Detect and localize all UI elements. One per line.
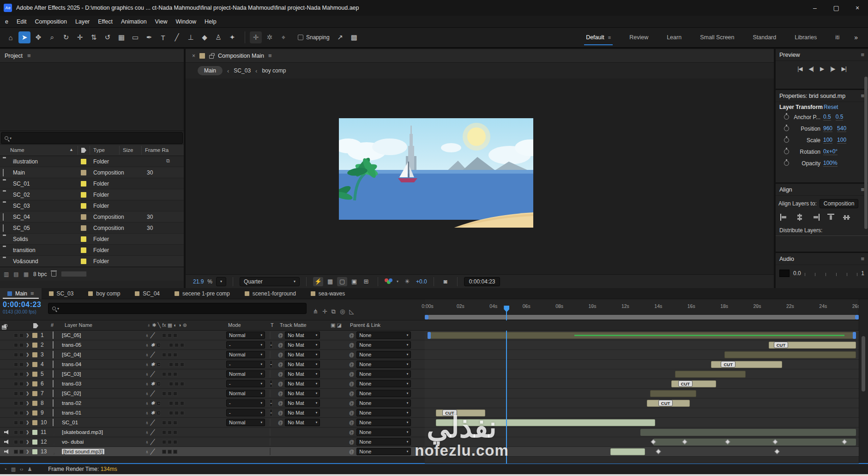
layer-switches[interactable]: ♁╱ xyxy=(145,439,226,445)
switch-box[interactable] xyxy=(162,333,166,337)
switch-box[interactable] xyxy=(162,450,166,454)
pickwhip-icon[interactable]: @ xyxy=(349,439,354,445)
play-button[interactable]: ▶ xyxy=(820,66,824,72)
switch-box[interactable] xyxy=(173,430,177,434)
cut-marker[interactable]: CUT xyxy=(678,380,693,387)
layer-name[interactable]: [skateboard.mp3] xyxy=(62,429,145,435)
layer-duration-bar[interactable] xyxy=(675,371,746,378)
resolution-dropdown[interactable]: Quarter▾ xyxy=(240,277,300,286)
layer-bar-row[interactable] xyxy=(425,428,859,437)
menu-item-animation[interactable]: Animation xyxy=(117,18,151,25)
quality-icon[interactable]: ♁ xyxy=(145,332,149,338)
timeline-tab-scene1-forground[interactable]: scene1-forground xyxy=(237,288,303,299)
stopwatch-icon[interactable] xyxy=(784,138,789,143)
switch-box[interactable] xyxy=(180,343,184,347)
zoom-dropdown[interactable]: ▾ xyxy=(216,277,226,286)
layer-row[interactable]: ❯5[SC_03]♁╱Normal▾@No Mat▾@None▾ xyxy=(0,369,425,379)
channel-rgb-icon[interactable] xyxy=(385,278,393,285)
parent-link-dropdown[interactable]: @None▾ xyxy=(349,438,425,446)
switch-box[interactable] xyxy=(180,401,184,405)
switch-box[interactable] xyxy=(175,343,179,347)
lock-toggle[interactable] xyxy=(19,421,24,425)
blend-mode-dropdown[interactable]: -▾ xyxy=(226,399,270,407)
label-color-chip[interactable] xyxy=(81,159,86,164)
pickwhip-icon[interactable]: @ xyxy=(349,371,354,377)
solo-lock-toggles[interactable] xyxy=(14,430,26,434)
layer-label-chip[interactable] xyxy=(32,391,41,396)
next-frame-button[interactable]: |▶ xyxy=(830,66,835,72)
property-value[interactable]: 100% xyxy=(823,160,838,167)
blend-mode-dropdown[interactable]: -▾ xyxy=(226,380,270,387)
layer-duration-bar[interactable] xyxy=(640,429,856,436)
layer-bar-row[interactable]: CUT xyxy=(425,408,859,418)
track-matte-dropdown[interactable]: @No Mat▾ xyxy=(278,341,330,349)
switch-box[interactable] xyxy=(162,392,166,396)
cut-marker[interactable]: CUT xyxy=(774,342,789,348)
parent-link-dropdown[interactable]: @None▾ xyxy=(349,448,425,455)
workspace-tab-learn[interactable]: Learn xyxy=(657,27,691,48)
menu-item-help[interactable]: Help xyxy=(200,18,221,25)
pickwhip-icon[interactable]: @ xyxy=(349,332,354,338)
layer-switches[interactable]: ♁✱- xyxy=(145,342,226,348)
layer-label-chip[interactable] xyxy=(32,449,41,454)
pickwhip-icon[interactable]: @ xyxy=(278,381,283,386)
blend-mode-dropdown[interactable]: Normal▾ xyxy=(226,370,270,378)
pickwhip-icon[interactable]: @ xyxy=(349,352,354,357)
layer-name[interactable]: trans-05 xyxy=(62,342,145,348)
preserve-transparency-toggle[interactable]: - xyxy=(270,400,278,406)
label-color-chip[interactable] xyxy=(81,214,86,220)
layer-label-chip[interactable] xyxy=(32,372,41,377)
preview-panel-title[interactable]: Preview xyxy=(779,52,800,58)
project-search-input[interactable]: ▾ xyxy=(1,132,183,144)
stopwatch-icon[interactable] xyxy=(784,161,789,166)
timeline-tab-sc_04[interactable]: SC_04 xyxy=(127,288,167,299)
track-matte-dropdown[interactable]: @No Mat▾ xyxy=(278,390,330,397)
layer-switches[interactable]: ♁✱- xyxy=(145,381,226,387)
track-matte-dropdown[interactable]: @No Mat▾ xyxy=(278,419,330,426)
switch-box[interactable] xyxy=(169,362,173,367)
layer-name[interactable]: vo- dubai xyxy=(62,439,145,445)
solo-toggle[interactable] xyxy=(14,353,18,357)
layer-switches[interactable]: ♁✱- xyxy=(145,400,226,406)
align-panel-title[interactable]: Align xyxy=(779,187,792,193)
switch-box[interactable] xyxy=(169,343,173,347)
puppet-tool-icon[interactable]: ♙ xyxy=(212,31,224,43)
switch-box[interactable] xyxy=(168,421,172,425)
exposure-value[interactable]: +0.0 xyxy=(416,278,427,285)
layer-switches[interactable]: ♁╱ xyxy=(145,429,226,435)
panel-menu-icon[interactable]: ≡ xyxy=(30,290,34,297)
quality-icon[interactable]: ♁ xyxy=(145,429,149,435)
layer-row[interactable]: ❯7[SC_02]♁╱Normal▾@No Mat▾@None▾ xyxy=(0,389,425,398)
layer-name[interactable]: trans-03 xyxy=(62,381,145,386)
layer-name[interactable]: trans-01 xyxy=(62,410,145,416)
maximize-button[interactable]: ▢ xyxy=(826,0,847,16)
switch-box[interactable] xyxy=(162,430,166,434)
layer-label-chip[interactable] xyxy=(32,440,41,445)
property-value[interactable]: 100 xyxy=(823,137,832,144)
switch-box[interactable] xyxy=(175,401,179,405)
render-status-icon[interactable]: ◔ xyxy=(4,466,7,472)
snapshot-icon[interactable]: ◙ xyxy=(440,277,451,286)
right-panel-scrollbar[interactable] xyxy=(864,77,868,229)
expand-arrow-icon[interactable]: ❯ xyxy=(26,381,32,386)
expressions-icon[interactable]: ‹› xyxy=(20,466,23,472)
pickwhip-icon[interactable]: @ xyxy=(349,342,354,348)
expand-arrow-icon[interactable]: ❯ xyxy=(26,410,32,415)
lock-toggle[interactable] xyxy=(19,430,24,434)
new-composition-icon[interactable]: ▦ xyxy=(24,271,29,277)
property-value[interactable]: 0.5 xyxy=(823,114,831,121)
interpret-footage-icon[interactable]: ▥ xyxy=(4,271,9,277)
playhead-line[interactable] xyxy=(506,331,507,464)
layer-name[interactable]: [SC_02] xyxy=(62,391,145,396)
layer-name[interactable]: [SC_03] xyxy=(62,371,145,377)
parent-link-dropdown[interactable]: @None▾ xyxy=(349,390,425,397)
blend-mode-dropdown[interactable]: -▾ xyxy=(226,341,270,349)
properties-panel-title[interactable]: Properties: brid sound.mp xyxy=(779,93,845,99)
label-color-chip[interactable] xyxy=(81,247,86,253)
switch-box[interactable] xyxy=(173,353,177,357)
roto-brush-tool-icon[interactable]: ✦ xyxy=(226,31,238,43)
lock-toggle[interactable] xyxy=(19,353,24,357)
timeline-tab-sea-waves[interactable]: sea-waves xyxy=(303,288,352,299)
local-axis-mode-icon[interactable]: ✛ xyxy=(250,31,262,43)
solo-toggle[interactable] xyxy=(14,450,18,454)
